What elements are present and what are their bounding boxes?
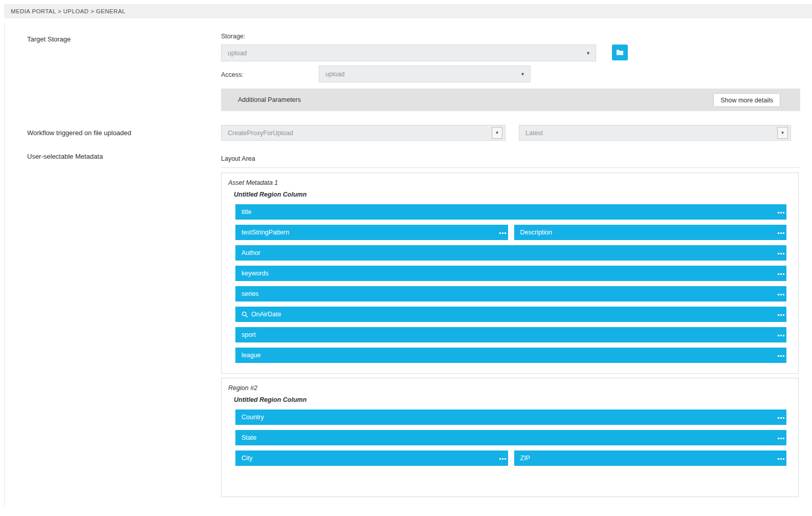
chip-label: Author <box>242 249 260 256</box>
drag-handle-icon[interactable] <box>778 273 779 275</box>
chip-label: ZIP <box>520 455 530 462</box>
search-icon <box>242 311 248 318</box>
metadata-field-chip[interactable]: Country <box>235 410 786 425</box>
chip-row: testStringPatternDescription <box>235 225 786 240</box>
chip-row: league <box>235 348 786 363</box>
access-select[interactable]: upload ▼ <box>319 66 531 82</box>
region-column-title: Untitled Region Column <box>234 396 798 403</box>
drag-handle-icon[interactable] <box>778 458 779 460</box>
metadata-field-chip[interactable]: ZIP <box>514 450 787 466</box>
chip-row: title <box>235 204 786 220</box>
chip-row: series <box>235 286 786 302</box>
region-column: CountryStateCityZIP <box>222 410 798 466</box>
storage-select[interactable]: upload ▼ <box>221 45 596 61</box>
chip-row: sport <box>235 327 786 342</box>
chip-label: testStringPattern <box>242 229 289 236</box>
chip-label: State <box>242 434 256 441</box>
metadata-field-chip[interactable]: keywords <box>235 266 786 281</box>
drag-handle-icon[interactable] <box>499 232 501 234</box>
storage-field-label: Storage: <box>221 33 245 40</box>
metadata-field-chip[interactable]: State <box>235 430 786 445</box>
chevron-down-icon: ▼ <box>586 51 590 56</box>
chip-label: keywords <box>242 270 269 277</box>
additional-parameters-label: Additional Parameters <box>238 96 301 103</box>
drag-handle-icon[interactable] <box>778 232 779 234</box>
metadata-field-chip[interactable]: Description <box>514 225 787 240</box>
region-column: titletestStringPatternDescriptionAuthork… <box>222 204 798 363</box>
metadata-field-chip[interactable]: City <box>235 450 508 466</box>
workflow-version-select[interactable]: Latest ▼ <box>519 125 791 141</box>
user-selectable-metadata-label: User-selectable Metadata <box>27 153 103 160</box>
chip-row: Author <box>235 245 786 261</box>
chip-row: CityZIP <box>235 450 786 466</box>
layout-area-divider <box>221 167 800 168</box>
drag-handle-icon[interactable] <box>778 335 779 336</box>
metadata-field-chip[interactable]: title <box>235 204 786 220</box>
breadcrumb: MEDIA PORTAL > UPLOAD > GENERAL <box>4 4 812 18</box>
region-title: Asset Metadata 1 <box>228 179 798 186</box>
chip-row: State <box>235 430 786 445</box>
chip-row: keywords <box>235 266 786 281</box>
drag-handle-icon[interactable] <box>778 212 779 213</box>
workflow-select[interactable]: CreateProxyForUpload ▼ <box>221 125 506 141</box>
metadata-field-chip[interactable]: sport <box>235 327 786 342</box>
drag-handle-icon[interactable] <box>778 253 779 254</box>
chip-label: Description <box>520 229 553 236</box>
layout-area: Asset Metadata 1Untitled Region Columnti… <box>221 173 799 501</box>
access-field-label: Access: <box>221 71 244 78</box>
drag-handle-icon[interactable] <box>778 314 779 316</box>
metadata-field-chip[interactable]: series <box>235 286 786 302</box>
access-select-value: upload <box>325 71 345 78</box>
storage-select-value: upload <box>228 50 247 57</box>
drag-handle-icon[interactable] <box>778 294 779 295</box>
drag-handle-icon[interactable] <box>499 458 501 460</box>
chevron-down-icon: ▼ <box>777 127 788 139</box>
chip-label: series <box>242 290 258 297</box>
upload-general-settings-page: MEDIA PORTAL > UPLOAD > GENERAL Target S… <box>0 0 812 516</box>
metadata-field-chip[interactable]: testStringPattern <box>235 225 508 240</box>
chip-label: OnAirDate <box>251 311 281 318</box>
workflow-version-value: Latest <box>525 130 543 137</box>
drag-handle-icon[interactable] <box>778 355 779 357</box>
workflow-select-value: CreateProxyForUpload <box>228 130 293 137</box>
metadata-field-chip[interactable]: league <box>235 348 786 363</box>
drag-handle-icon[interactable] <box>778 438 779 439</box>
metadata-field-chip[interactable]: Author <box>235 245 786 261</box>
content-left-border <box>4 23 5 507</box>
chip-row: Country <box>235 410 786 425</box>
target-storage-label: Target Storage <box>27 35 71 43</box>
folder-icon <box>616 49 624 56</box>
region-title: Region #2 <box>228 384 798 392</box>
chip-label: Country <box>242 414 264 421</box>
chip-row: OnAirDate <box>235 307 786 322</box>
chip-label: title <box>242 208 251 216</box>
workflow-trigger-label: Workflow triggered on file uploaded <box>27 129 131 137</box>
chevron-down-icon: ▼ <box>492 127 502 139</box>
chip-label: sport <box>242 331 256 338</box>
region-box: Asset Metadata 1Untitled Region Columnti… <box>221 173 799 374</box>
drag-handle-icon[interactable] <box>778 417 779 419</box>
chip-label: league <box>242 352 261 359</box>
layout-area-label: Layout Area <box>221 155 255 162</box>
chip-label: City <box>242 455 253 462</box>
chevron-down-icon: ▼ <box>520 72 525 77</box>
browse-storage-button[interactable] <box>612 45 628 60</box>
metadata-field-chip[interactable]: OnAirDate <box>235 307 786 322</box>
region-box: Region #2Untitled Region ColumnCountrySt… <box>221 378 799 497</box>
show-more-details-button[interactable]: Show more details <box>713 93 780 107</box>
region-column-title: Untitled Region Column <box>234 191 798 198</box>
additional-parameters-bar: Additional Parameters Show more details <box>221 89 800 111</box>
